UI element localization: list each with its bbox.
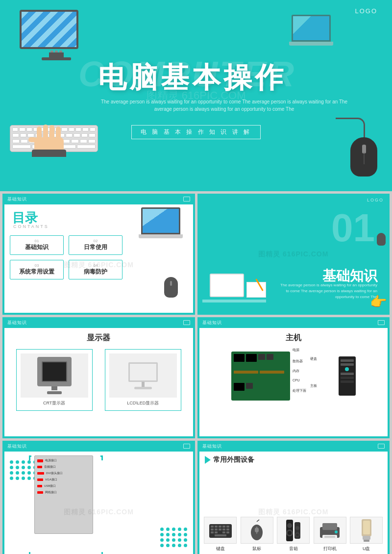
- dot: [166, 544, 170, 547]
- pc-case: [339, 356, 356, 396]
- mb-chip-small: [258, 354, 265, 360]
- hero-subtitle: The average person is always waiting for…: [96, 98, 353, 113]
- port-item: 音频接口: [37, 465, 90, 469]
- usb-label: U盘: [350, 546, 383, 552]
- mouse-svg: [249, 519, 264, 541]
- mb-chip-small: [267, 354, 273, 360]
- svg-rect-12: [226, 526, 229, 528]
- section-desc: The average person is always waiting for…: [279, 282, 377, 300]
- svg-rect-8: [211, 526, 214, 528]
- dot: [22, 460, 25, 464]
- dot: [27, 471, 31, 475]
- right-bar: [193, 204, 195, 313]
- left-bar: [2, 452, 4, 554]
- pointing-hand: 👉: [370, 294, 387, 310]
- port-red: [37, 472, 44, 475]
- slide-pc-panel: 基础知识 电源接口 音频接口: [2, 441, 195, 554]
- keyboard-img: [204, 517, 237, 544]
- pc-drive: [341, 377, 354, 379]
- hand-illustration: [24, 123, 74, 157]
- lcd-screen: [128, 362, 158, 382]
- bottom-bar: [2, 436, 195, 438]
- printer-img: [314, 517, 346, 544]
- dot: [16, 466, 19, 469]
- dot: [172, 538, 175, 542]
- right-bar: [388, 452, 390, 554]
- svg-rect-19: [215, 531, 218, 533]
- dot: [178, 544, 181, 547]
- crt-screen: [42, 361, 67, 382]
- svg-rect-18: [211, 531, 214, 533]
- svg-rect-9: [215, 526, 218, 528]
- bracket-br: [100, 552, 103, 554]
- dot: [178, 528, 181, 531]
- header-label: 基础知识: [202, 443, 222, 450]
- dot: [10, 466, 13, 469]
- monitor-screen: [20, 10, 78, 49]
- dot: [27, 477, 31, 480]
- dot: [22, 466, 25, 469]
- host-content: 电源 散热器 内存 CPU 处理下面 硬盘 主板: [197, 349, 390, 403]
- port-item: 网线接口: [37, 490, 90, 495]
- label-power: 电源: [293, 348, 299, 353]
- mb-slot: [234, 371, 258, 374]
- mouse-img: [241, 517, 273, 544]
- pc-drive: [341, 380, 354, 383]
- peripheral-mouse: 鼠标: [241, 517, 273, 552]
- toc-item-label: 病毒防护: [73, 268, 118, 276]
- key: [12, 139, 20, 143]
- pc-drive: [341, 363, 354, 366]
- hero-slide: COMPUTER LOGO 电脑基本操作 The average person …: [0, 0, 392, 191]
- laptop-base: [139, 234, 183, 238]
- dot: [16, 477, 19, 480]
- port-label: 电源接口: [45, 458, 57, 463]
- slide-header: 基础知识: [2, 194, 195, 204]
- mouse-icon-small: [377, 233, 386, 246]
- label-heatsink: 散热器: [293, 359, 303, 364]
- header-icon: [378, 444, 385, 449]
- svg-rect-22: [226, 531, 229, 533]
- svg-rect-21: [222, 531, 225, 533]
- lcd-monitor-icon: [128, 362, 158, 389]
- crt-placeholder: [21, 353, 88, 398]
- dot: [178, 538, 181, 542]
- key: [77, 145, 96, 149]
- dot: [166, 533, 170, 536]
- motherboard-wrap: 电源 散热器 内存 CPU 处理下面 硬盘 主板: [231, 352, 290, 401]
- bracket-bl: [29, 552, 31, 554]
- dot: [16, 460, 19, 464]
- port-red: [37, 459, 43, 462]
- svg-point-39: [335, 530, 338, 533]
- port-label: 网线接口: [45, 490, 57, 495]
- svg-point-28: [287, 523, 292, 528]
- lcd-placeholder: [109, 353, 177, 398]
- dot: [172, 533, 175, 536]
- watermark: 图精灵 616PIC.COM: [197, 403, 390, 438]
- dot: [172, 544, 175, 547]
- svg-rect-3: [49, 125, 54, 139]
- bottom-bar: [2, 313, 195, 315]
- laptop-screen: [292, 15, 331, 42]
- decorative-dots-bottom: [160, 528, 188, 547]
- toc-item-1: 01 基础知识: [10, 235, 64, 255]
- port-red: [37, 491, 43, 494]
- port-red: [37, 478, 43, 481]
- svg-rect-5: [28, 137, 37, 142]
- toc-item-num: 01: [14, 239, 59, 243]
- key: [82, 127, 88, 131]
- key: [89, 133, 96, 137]
- peripheral-printer: 打印机: [314, 517, 346, 552]
- device-row: CRT显示器 LCD\LED显示器: [2, 349, 195, 411]
- port-label: DVI接头接口: [46, 471, 63, 476]
- section-number: 01: [331, 208, 375, 248]
- dot: [166, 528, 170, 531]
- dot: [160, 538, 164, 542]
- port-label: USB接口: [44, 484, 56, 488]
- right-bar: [193, 452, 195, 554]
- laptop-base: [289, 42, 333, 46]
- svg-rect-11: [222, 526, 225, 528]
- svg-line-26: [257, 520, 259, 522]
- hero-title: 电脑基本操作: [98, 59, 286, 97]
- mb-slot: [260, 371, 284, 374]
- keyboard-svg: [208, 522, 233, 539]
